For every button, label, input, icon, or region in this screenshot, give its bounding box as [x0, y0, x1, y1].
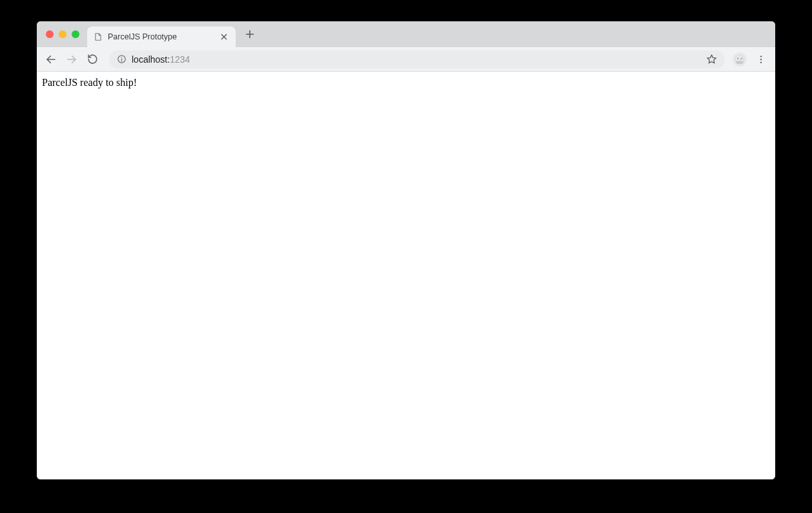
tab-title: ParcelJS Prototype: [108, 32, 214, 41]
browser-menu-button[interactable]: [752, 50, 770, 68]
site-info-icon[interactable]: [117, 54, 127, 64]
bookmark-star-icon[interactable]: [706, 54, 717, 65]
reload-button[interactable]: [83, 50, 101, 68]
svg-point-16: [760, 61, 762, 63]
file-icon: [94, 32, 103, 41]
browser-window: ParcelJS Prototype: [37, 21, 775, 479]
forward-button[interactable]: [63, 50, 81, 68]
svg-point-15: [760, 58, 762, 59]
address-bar[interactable]: localhost:1234: [109, 50, 725, 68]
svg-point-14: [760, 56, 762, 57]
tab-close-button[interactable]: [219, 32, 229, 42]
window-maximize-button[interactable]: [72, 30, 79, 38]
svg-marker-9: [707, 55, 716, 63]
page-body-text: ParcelJS ready to ship!: [42, 77, 137, 88]
new-tab-button[interactable]: [241, 25, 259, 43]
svg-point-11: [741, 58, 742, 59]
url-port: 1234: [170, 54, 190, 65]
browser-tab[interactable]: ParcelJS Prototype: [87, 26, 236, 47]
svg-point-10: [737, 58, 738, 59]
window-controls: [37, 30, 87, 38]
url-text: localhost:1234: [132, 54, 190, 65]
tab-strip: ParcelJS Prototype: [37, 21, 775, 47]
window-minimize-button[interactable]: [59, 30, 66, 38]
window-close-button[interactable]: [46, 30, 54, 38]
url-host: localhost:: [132, 54, 170, 65]
profile-avatar[interactable]: [733, 52, 747, 67]
toolbar: localhost:1234: [37, 47, 775, 72]
page-content: ParcelJS ready to ship!: [37, 72, 775, 479]
back-button[interactable]: [42, 50, 60, 68]
